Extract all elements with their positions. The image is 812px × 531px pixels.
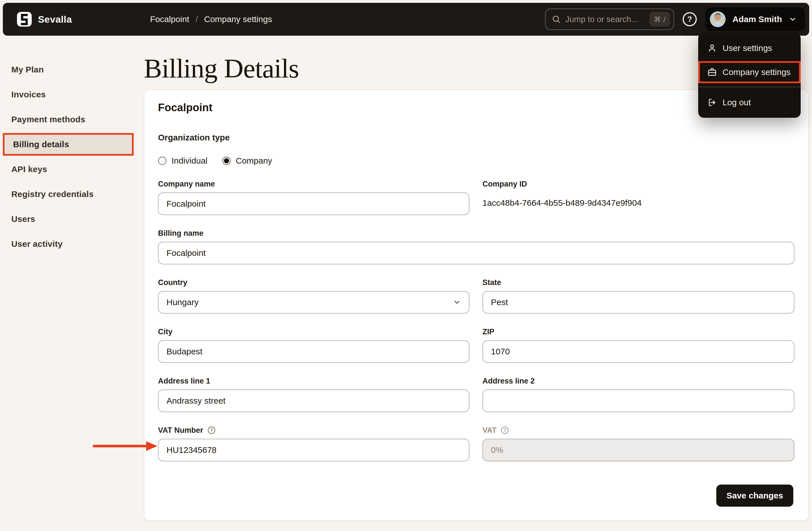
user-icon bbox=[707, 43, 717, 53]
sevalla-logo-icon bbox=[17, 12, 32, 27]
address-line-1-label: Address line 1 bbox=[158, 377, 469, 385]
radio-company[interactable] bbox=[222, 157, 231, 165]
billing-name-input[interactable] bbox=[158, 242, 795, 264]
radio-individual[interactable] bbox=[158, 157, 166, 165]
radio-company-label[interactable]: Company bbox=[236, 156, 272, 166]
search-shortcut-badge: ⌘ / bbox=[650, 12, 670, 27]
search-placeholder: Jump to or search... bbox=[565, 15, 645, 24]
help-circle-icon[interactable]: ? bbox=[207, 426, 216, 434]
sidebar-item-my-plan[interactable]: My Plan bbox=[0, 57, 136, 82]
sidebar-item-user-activity[interactable]: User activity bbox=[0, 232, 136, 256]
company-heading: Focalpoint bbox=[158, 100, 212, 115]
radio-individual-label[interactable]: Individual bbox=[172, 156, 207, 166]
sidebar-item-billing-details[interactable]: Billing details bbox=[3, 133, 134, 156]
sidebar-item-registry-credentials[interactable]: Registry credentials bbox=[0, 182, 136, 207]
company-id-label: Company ID bbox=[482, 179, 795, 189]
organization-type-label: Organization type bbox=[158, 132, 230, 143]
sidebar-item-payment-methods[interactable]: Payment methods bbox=[0, 107, 136, 132]
company-name-input[interactable] bbox=[158, 192, 469, 215]
city-label: City bbox=[158, 327, 469, 336]
brand-name: Sevalla bbox=[38, 14, 72, 25]
state-input[interactable] bbox=[482, 291, 795, 314]
briefcase-icon bbox=[707, 68, 717, 77]
address-line-2-label: Address line 2 bbox=[482, 377, 795, 385]
vat-input bbox=[482, 439, 795, 461]
menu-item-log-out[interactable]: Log out bbox=[698, 91, 801, 114]
breadcrumb: Focalpoint / Company settings bbox=[150, 3, 272, 36]
menu-divider bbox=[698, 87, 801, 87]
sidebar-item-invoices[interactable]: Invoices bbox=[0, 82, 136, 107]
company-name-label: Company name bbox=[158, 179, 469, 189]
brand[interactable]: Sevalla bbox=[17, 12, 72, 27]
help-button[interactable]: ? bbox=[683, 12, 697, 26]
help-circle-icon[interactable]: ? bbox=[501, 426, 509, 434]
city-input[interactable] bbox=[158, 340, 469, 363]
zip-label: ZIP bbox=[482, 327, 795, 336]
company-id-value: 1acc48b4-7664-4b55-b489-9d4347e9f904 bbox=[482, 198, 795, 208]
address-line-1-input[interactable] bbox=[158, 389, 469, 412]
breadcrumb-parent[interactable]: Focalpoint bbox=[150, 14, 189, 24]
menu-item-user-settings[interactable]: User settings bbox=[698, 36, 801, 60]
zip-input[interactable] bbox=[482, 340, 795, 363]
breadcrumb-current[interactable]: Company settings bbox=[204, 14, 272, 24]
vat-number-label: VAT Number ? bbox=[158, 426, 469, 435]
menu-item-company-settings[interactable]: Company settings bbox=[698, 61, 801, 83]
vat-number-input[interactable] bbox=[158, 439, 469, 461]
menu-item-label: Log out bbox=[723, 98, 751, 107]
country-select[interactable]: Hungary bbox=[158, 291, 469, 314]
menu-item-label: Company settings bbox=[723, 68, 791, 77]
organization-type-radios: Individual Company bbox=[158, 153, 272, 169]
address-line-2-input[interactable] bbox=[482, 389, 795, 412]
user-menu-button[interactable]: Adam Smith bbox=[705, 8, 805, 31]
breadcrumb-separator: / bbox=[195, 14, 198, 24]
user-dropdown: User settings Company settings Log out bbox=[698, 33, 801, 118]
menu-item-label: User settings bbox=[723, 43, 772, 53]
chevron-down-icon bbox=[453, 298, 461, 306]
state-label: State bbox=[482, 278, 795, 287]
svg-text:?: ? bbox=[503, 428, 506, 433]
log-out-icon bbox=[707, 98, 717, 107]
svg-text:?: ? bbox=[210, 428, 213, 433]
chevron-down-icon bbox=[789, 15, 797, 23]
billing-name-label: Billing name bbox=[158, 229, 795, 238]
search-input[interactable]: Jump to or search... ⌘ / bbox=[545, 9, 674, 30]
user-name: Adam Smith bbox=[733, 14, 782, 24]
sidebar: My Plan Invoices Payment methods Billing… bbox=[0, 57, 136, 256]
search-icon bbox=[552, 15, 561, 24]
annotation-arrow bbox=[91, 437, 161, 455]
avatar bbox=[710, 11, 726, 27]
sidebar-item-users[interactable]: Users bbox=[0, 207, 136, 232]
topbar: Sevalla Focalpoint / Company settings Ju… bbox=[3, 3, 809, 36]
sidebar-item-api-keys[interactable]: API keys bbox=[0, 157, 136, 182]
page-title: Billing Details bbox=[144, 53, 299, 84]
billing-details-card: Focalpoint Organization type Individual … bbox=[144, 89, 809, 521]
save-changes-button[interactable]: Save changes bbox=[716, 485, 793, 507]
vat-label: VAT ? bbox=[482, 426, 795, 435]
country-label: Country bbox=[158, 278, 469, 287]
